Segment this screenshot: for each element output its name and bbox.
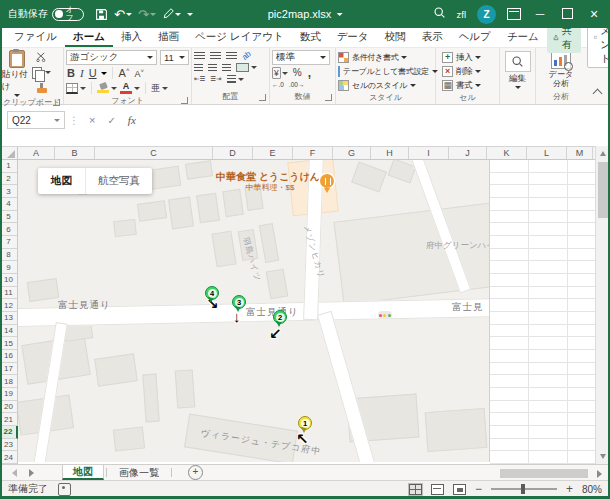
row-header-12[interactable]: 12 xyxy=(0,299,18,312)
ribbon-tab-5[interactable]: 数式 xyxy=(292,28,329,47)
underline-button[interactable]: U xyxy=(88,68,98,79)
format-cells-button[interactable]: ▦書式 xyxy=(442,79,497,92)
alignment-dialog-launcher[interactable] xyxy=(259,94,266,101)
column-header-B[interactable]: B xyxy=(55,147,95,159)
map-marker-pin-4[interactable]: 4 xyxy=(205,286,219,300)
row-header-5[interactable]: 5 xyxy=(0,211,18,224)
next-sheet-arrow[interactable] xyxy=(29,469,34,477)
sheet-tab-地図[interactable]: 地図 xyxy=(62,465,104,480)
align-bottom-button[interactable] xyxy=(226,52,237,60)
row-header-20[interactable]: 20 xyxy=(0,401,18,414)
ribbon-tab-8[interactable]: 表示 xyxy=(414,28,451,47)
search-button[interactable] xyxy=(433,5,446,23)
cell-styles-button[interactable]: セルのスタイル xyxy=(338,79,433,92)
zoom-in-button[interactable]: + xyxy=(566,483,573,495)
row-header-17[interactable]: 17 xyxy=(0,363,18,376)
row-header-15[interactable]: 15 xyxy=(0,337,18,350)
italic-button[interactable]: I xyxy=(79,68,85,79)
row-header-11[interactable]: 11 xyxy=(0,287,18,300)
formula-input[interactable] xyxy=(142,111,594,129)
row-header-13[interactable]: 13 xyxy=(0,312,18,325)
increase-indent-button[interactable]: ☰⇥ xyxy=(210,75,221,83)
name-box[interactable]: Q22 xyxy=(7,111,65,129)
inking-button[interactable] xyxy=(162,8,181,20)
row-header-8[interactable]: 8 xyxy=(0,249,18,262)
format-painter-button[interactable] xyxy=(32,83,51,93)
close-button[interactable]: × xyxy=(586,7,602,21)
zoom-level[interactable]: 80% xyxy=(582,484,602,495)
autosave-toggle[interactable]: オフ xyxy=(52,8,84,21)
page-layout-view-button[interactable] xyxy=(431,484,444,495)
ribbon-tab-0[interactable]: ファイル xyxy=(6,28,65,47)
column-header-H[interactable]: H xyxy=(371,147,409,159)
ribbon-tab-2[interactable]: 挿入 xyxy=(113,28,150,47)
row-header-22[interactable]: 22 xyxy=(0,426,18,439)
column-header-C[interactable]: C xyxy=(95,147,213,159)
ribbon-tab-9[interactable]: ヘルプ xyxy=(451,28,499,47)
row-header-18[interactable]: 18 xyxy=(0,375,18,388)
font-size-select[interactable]: 11 xyxy=(160,50,189,65)
collapse-ribbon-button[interactable] xyxy=(593,89,603,99)
merge-center-button[interactable] xyxy=(236,63,257,72)
clipboard-dialog-launcher[interactable] xyxy=(53,99,60,106)
column-header-A[interactable]: A xyxy=(18,147,55,159)
number-format-select[interactable]: 標準 xyxy=(272,50,330,65)
normal-view-button[interactable] xyxy=(409,484,422,495)
zoom-slider[interactable] xyxy=(491,488,557,490)
cancel-button[interactable]: × xyxy=(83,114,101,126)
row-header-19[interactable]: 19 xyxy=(0,388,18,401)
comma-style-button[interactable]: , xyxy=(307,67,312,79)
conditional-formatting-button[interactable]: 条件付き書式 xyxy=(338,51,433,64)
row-header-14[interactable]: 14 xyxy=(0,325,18,338)
column-header-D[interactable]: D xyxy=(213,147,253,159)
column-header-K[interactable]: K xyxy=(487,147,527,159)
font-dialog-launcher[interactable] xyxy=(181,97,188,104)
user-avatar[interactable]: Z xyxy=(477,5,496,24)
page-break-view-button[interactable] xyxy=(453,484,466,495)
ribbon-tab-1[interactable]: ホーム xyxy=(65,28,113,47)
undo-button[interactable]: ↶ xyxy=(114,8,132,21)
row-header-9[interactable]: 9 xyxy=(0,261,18,274)
row-header-23[interactable]: 23 xyxy=(0,439,18,452)
vertical-scroll-thumb[interactable] xyxy=(598,162,608,218)
row-header-3[interactable]: 3 xyxy=(0,185,18,198)
column-header-I[interactable]: I xyxy=(409,147,449,159)
insert-function-button[interactable]: fx xyxy=(122,114,142,126)
row-header-21[interactable]: 21 xyxy=(0,413,18,426)
ribbon-tab-4[interactable]: ページ レイアウト xyxy=(187,28,292,47)
empty-cells[interactable] xyxy=(490,160,595,464)
delete-cells-button[interactable]: ×削除 xyxy=(442,65,497,78)
column-header-F[interactable]: F xyxy=(293,147,333,159)
cut-button[interactable] xyxy=(32,52,51,62)
row-header-7[interactable]: 7 xyxy=(0,236,18,249)
accounting-format-button[interactable]: ¥ xyxy=(272,67,288,79)
font-color-button[interactable]: A xyxy=(120,82,140,94)
column-header-J[interactable]: J xyxy=(449,147,487,159)
decrease-indent-button[interactable]: ⇤☰ xyxy=(194,75,205,83)
borders-button[interactable] xyxy=(66,83,86,94)
zoom-slider-thumb[interactable] xyxy=(521,484,525,494)
map-marker-pin-3[interactable]: 3 xyxy=(232,295,246,309)
satellite-view-button[interactable]: 航空写真 xyxy=(86,168,152,194)
row-header-10[interactable]: 10 xyxy=(0,274,18,287)
align-right-button[interactable] xyxy=(222,64,231,72)
align-top-button[interactable] xyxy=(194,52,205,60)
increase-font-button[interactable]: A˄ xyxy=(118,67,131,79)
redo-button[interactable]: ↷ xyxy=(138,8,156,21)
ribbon-display-options-button[interactable] xyxy=(507,8,521,20)
copy-button[interactable] xyxy=(32,67,51,79)
ribbon-tab-7[interactable]: 校閲 xyxy=(377,28,414,47)
ribbon-tab-6[interactable]: データ xyxy=(329,28,377,47)
percent-style-button[interactable]: % xyxy=(292,68,303,78)
decrease-font-button[interactable]: A˅ xyxy=(133,68,145,79)
formula-bar-splitter[interactable]: ⋮ xyxy=(69,115,79,126)
align-middle-button[interactable] xyxy=(210,52,221,60)
zoom-out-button[interactable]: − xyxy=(475,483,482,495)
column-header-G[interactable]: G xyxy=(333,147,371,159)
align-left-button[interactable] xyxy=(194,64,203,72)
map-marker-pin-2[interactable]: 2 xyxy=(273,310,287,324)
save-button[interactable] xyxy=(95,8,108,21)
wrap-text-button[interactable] xyxy=(227,75,244,83)
row-header-24[interactable]: 24 xyxy=(0,451,18,464)
phonetic-guide-button[interactable]: 亜 xyxy=(151,82,168,95)
